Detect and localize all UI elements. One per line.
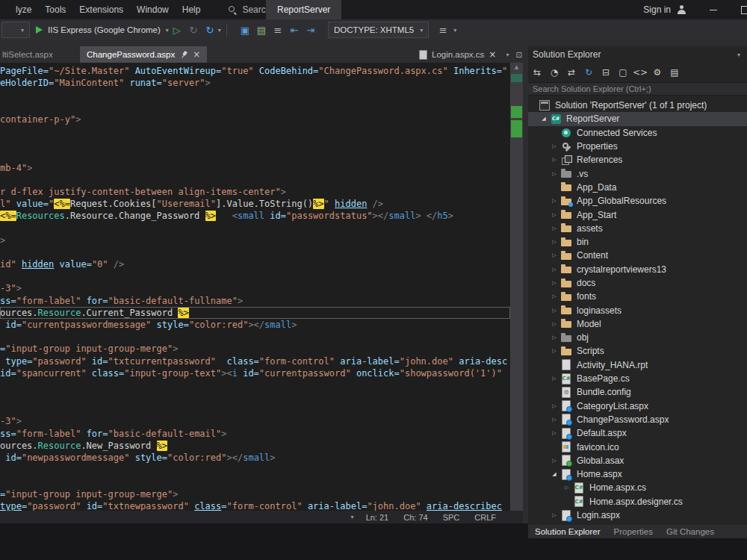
tree-item[interactable]: ▷bin [528, 235, 747, 249]
tab-changepassword-active[interactable]: ChangePassword.aspx × [80, 46, 207, 63]
tree-item[interactable]: ▷Default.aspx [528, 426, 747, 440]
close-icon[interactable]: × [489, 50, 496, 59]
chevron-collapsed-icon[interactable]: ▷ [548, 225, 560, 231]
menu-item-tools[interactable]: Tools [38, 0, 72, 19]
close-icon[interactable]: × [193, 50, 200, 59]
pending-changes-filter-icon[interactable]: ◔ [548, 66, 561, 79]
menu-item-window[interactable]: Window [130, 0, 176, 19]
tab-list-chevron-icon[interactable]: ▾ [506, 52, 509, 58]
panel-menu-chevron-icon[interactable]: ▾ [737, 52, 740, 58]
chevron-down-icon[interactable]: ▾ [218, 27, 221, 34]
panel-tab-git-changes[interactable]: Git Changes [660, 525, 721, 538]
chevron-collapsed-icon[interactable]: ▷ [548, 239, 560, 245]
tree-item[interactable]: ⚙Bundle.config [528, 385, 747, 399]
chevron-collapsed-icon[interactable]: ▷ [548, 252, 560, 258]
chevron-collapsed-icon[interactable]: ▷ [548, 157, 560, 163]
tree-item[interactable]: ▷ChangePassword.aspx [528, 413, 747, 426]
chevron-collapsed-icon[interactable]: ▷ [548, 280, 560, 286]
tree-item[interactable]: ▷loginassets [528, 303, 747, 317]
scroll-up-arrow-icon[interactable]: ▲ [510, 64, 523, 70]
navigate-backward-doc-icon[interactable]: ⇤ [286, 25, 303, 36]
document-outline-icon[interactable]: ≡ [270, 25, 286, 36]
tab-multiselect[interactable]: ltiSelect.aspx [0, 46, 60, 63]
chevron-expanded-icon[interactable]: ◢ [548, 471, 560, 477]
tree-item[interactable]: ▷App_Start [528, 208, 747, 221]
chevron-collapsed-icon[interactable]: ▷ [548, 512, 560, 518]
tree-item[interactable]: ▷Content [528, 249, 747, 262]
tree-item[interactable]: ▷C#Home.aspx.cs [528, 481, 747, 494]
tree-item[interactable]: ▷C#BasePage.cs [528, 372, 747, 385]
tree-item[interactable]: ▷fonts [528, 290, 747, 303]
show-all-files-icon[interactable]: ▢ [616, 66, 630, 79]
doctype-dropdown[interactable]: DOCTYPE: XHTML5 ▾ [328, 22, 429, 38]
status-column-number[interactable]: Ch: 74 [403, 513, 427, 522]
switch-views-icon[interactable]: ⇆ [530, 66, 544, 79]
tree-item[interactable]: Solution 'ReportServer' (1 of 1 project) [528, 99, 747, 112]
chevron-collapsed-icon[interactable]: ▷ [548, 403, 560, 409]
tree-item[interactable]: ◢Home.aspx [528, 467, 747, 481]
browser-refresh-icon[interactable]: ↻ [202, 25, 218, 36]
tree-item[interactable]: Activity_HANA.rpt [528, 358, 747, 372]
chevron-collapsed-icon[interactable]: ▷ [548, 321, 560, 327]
tree-item[interactable]: App_Data [528, 181, 747, 194]
tree-item[interactable]: favicon.ico [528, 440, 747, 453]
chevron-collapsed-icon[interactable]: ▷ [548, 308, 560, 314]
formatting-options-icon[interactable]: ≡ [435, 25, 451, 36]
sync-with-active-document-icon[interactable]: ⇄ [565, 66, 578, 79]
tree-item[interactable]: ▷References [528, 153, 747, 167]
navigate-forward-doc-icon[interactable]: ⇥ [303, 25, 319, 36]
chevron-collapsed-icon[interactable]: ▷ [548, 293, 560, 299]
tree-item[interactable]: ▷obj [528, 331, 747, 344]
properties-gear-icon[interactable]: ⚙ [651, 66, 664, 79]
chevron-collapsed-icon[interactable]: ▷ [548, 198, 560, 204]
chevron-collapsed-icon[interactable]: ▷ [548, 267, 560, 273]
chevron-collapsed-icon[interactable]: ▷ [548, 335, 560, 340]
chevron-collapsed-icon[interactable]: ▷ [548, 348, 560, 354]
tree-item[interactable]: ▷Model [528, 317, 747, 331]
chevron-collapsed-icon[interactable]: ▷ [548, 417, 560, 423]
chevron-expanded-icon[interactable]: ◢ [538, 116, 550, 122]
chevron-collapsed-icon[interactable]: ▷ [548, 430, 560, 436]
view-code-icon[interactable]: <> [633, 66, 647, 79]
chevron-collapsed-icon[interactable]: ▷ [548, 212, 560, 218]
tree-item[interactable]: ▷Properties [528, 140, 747, 153]
configuration-dropdown[interactable]: ▾ [1, 22, 30, 38]
start-without-debugging-icon[interactable]: ▷ [169, 25, 185, 36]
tree-item[interactable]: ◢C#ReportServer [528, 112, 747, 125]
sign-in-button[interactable]: Sign in [643, 0, 687, 19]
toolbar-trailing[interactable]: ≡ ▾ [435, 25, 456, 36]
panel-tab-properties[interactable]: Properties [607, 525, 660, 538]
output-window-icon[interactable]: ▤ [253, 25, 270, 36]
chevron-collapsed-icon[interactable]: ▷ [548, 171, 560, 177]
menu-item-extensions[interactable]: Extensions [72, 0, 130, 19]
tree-item[interactable]: Connected Services [528, 126, 747, 140]
chevron-collapsed-icon[interactable]: ▷ [561, 485, 573, 491]
code-editor[interactable]: PageFile="~/Site.Master" AutoEventWireup… [0, 63, 523, 511]
tree-item[interactable]: ▷crystalreportviewers13 [528, 263, 747, 276]
collapse-all-icon[interactable]: ⊟ [599, 66, 613, 79]
tree-item[interactable]: ▷App_GlobalResources [528, 194, 747, 208]
panel-tab-solution-explorer[interactable]: Solution Explorer [528, 525, 607, 538]
solution-search-input[interactable]: Search Solution Explorer (Ctrl+;) [528, 82, 747, 96]
chevron-collapsed-icon[interactable]: ▷ [548, 143, 560, 149]
minimize-button[interactable] [710, 10, 717, 10]
tree-item[interactable]: ▷docs [528, 276, 747, 290]
pin-icon[interactable] [179, 49, 190, 60]
tree-item[interactable]: ▷CategoryList.aspx [528, 399, 747, 413]
status-line-endings[interactable]: CRLF [474, 513, 496, 522]
preview-icon[interactable]: ▤ [668, 66, 681, 79]
chevron-down-icon[interactable]: ▾ [351, 514, 354, 520]
tree-item[interactable]: ▷Scripts [528, 344, 747, 358]
status-indent-mode[interactable]: SPC [443, 513, 460, 522]
web-publish-icon[interactable]: ▣ [237, 25, 253, 36]
scrollbar-thumb[interactable] [511, 74, 522, 82]
tab-login-cs[interactable]: Login.aspx.cs × [412, 46, 503, 63]
tree-item[interactable]: ▷Global.asax [528, 454, 747, 467]
chevron-collapsed-icon[interactable]: ▷ [548, 376, 560, 382]
menu-item-help[interactable]: Help [176, 0, 208, 19]
code-area[interactable]: PageFile="~/Site.Master" AutoEventWireup… [0, 65, 510, 511]
maximize-button[interactable] [741, 6, 747, 14]
chevron-collapsed-icon[interactable]: ▷ [548, 458, 560, 464]
tree-item[interactable]: ▷assets [528, 222, 747, 235]
split-window-icon[interactable]: ⊡ [516, 51, 522, 59]
